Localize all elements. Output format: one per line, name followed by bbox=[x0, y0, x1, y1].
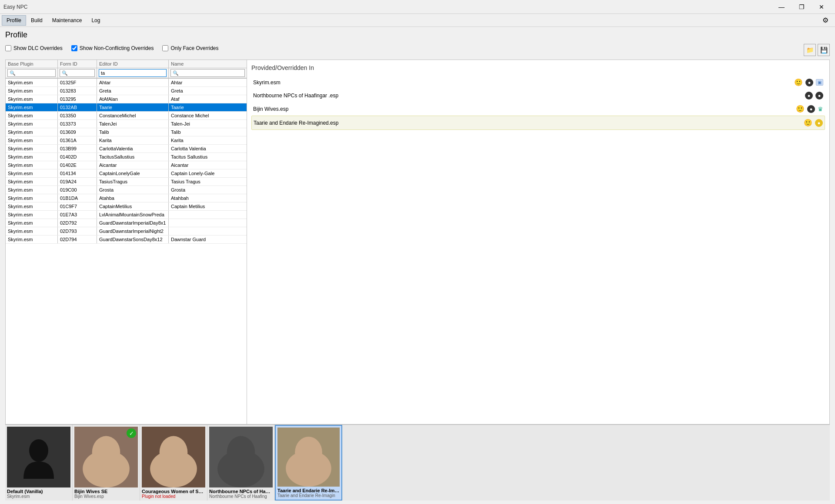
table-row[interactable]: Skyrim.esm 0132AB Taarie Taarie bbox=[6, 103, 247, 112]
settings-button[interactable]: ⚙ bbox=[819, 14, 832, 27]
override-row[interactable]: Bijin Wives.esp 🙂●♛ bbox=[251, 102, 825, 116]
folder-button[interactable]: 📁 bbox=[804, 44, 816, 56]
cell-base: Skyrim.esm bbox=[6, 145, 58, 153]
close-button[interactable]: ✕ bbox=[812, 0, 832, 14]
cell-base: Skyrim.esm bbox=[6, 79, 58, 86]
menu-profile[interactable]: Profile bbox=[2, 15, 26, 26]
maximize-button[interactable]: ❐ bbox=[792, 0, 812, 14]
cell-form: 01361A bbox=[58, 136, 97, 144]
thumbnail-image bbox=[142, 427, 205, 487]
cell-base: Skyrim.esm bbox=[6, 186, 58, 194]
table-row[interactable]: Skyrim.esm 01C9F7 CaptainMetilius Captai… bbox=[6, 202, 247, 211]
cell-name: Captain Metilius bbox=[169, 202, 247, 210]
thumbnail-sublabel: Taarie and Endarie Re-Imagin bbox=[277, 493, 340, 498]
cell-editor: AtAfAlan bbox=[97, 95, 169, 103]
cell-name: Ahtar bbox=[169, 79, 247, 86]
table-row[interactable]: Skyrim.esm 02D794 GuardDawnstarSonsDay8x… bbox=[6, 235, 247, 244]
cell-base: Skyrim.esm bbox=[6, 128, 58, 136]
cell-form: 02D794 bbox=[58, 235, 97, 243]
table-row[interactable]: Skyrim.esm 02D792 GuardDawnstarImperialD… bbox=[6, 219, 247, 227]
cell-base: Skyrim.esm bbox=[6, 169, 58, 177]
svg-point-0 bbox=[29, 439, 48, 462]
cell-editor: TasiusTragus bbox=[97, 178, 169, 186]
cell-base: Skyrim.esm bbox=[6, 153, 58, 161]
cell-form: 01402E bbox=[58, 161, 97, 169]
split-panel: Base Plugin Form ID Editor ID Name bbox=[5, 60, 830, 424]
table-row[interactable]: Skyrim.esm 01B1DA Atahba Atahbah bbox=[6, 194, 247, 202]
only-face-checkbox[interactable]: Only Face Overrides bbox=[162, 45, 218, 51]
base-search-input[interactable] bbox=[7, 69, 56, 77]
name-search-input[interactable] bbox=[170, 69, 245, 77]
cell-base: Skyrim.esm bbox=[6, 161, 58, 169]
right-panel: Provided/Overridden In Skyrim.esm 🙂●▣ No… bbox=[247, 60, 829, 424]
thumbnail-sublabel: Plugin not loaded bbox=[142, 494, 205, 499]
cell-editor: LvlAnimalMountainSnowPreda bbox=[97, 211, 169, 219]
table-row[interactable]: Skyrim.esm 013373 TalenJei Talen-Jei bbox=[6, 120, 247, 128]
show-non-conflicting-checkbox[interactable]: Show Non-Conflicting Overrides bbox=[71, 45, 154, 51]
menu-maintenance[interactable]: Maintenance bbox=[47, 15, 87, 26]
menu-log[interactable]: Log bbox=[87, 15, 105, 26]
override-row[interactable]: Skyrim.esm 🙂●▣ bbox=[251, 76, 825, 89]
thumbnail-item[interactable]: Northbourne NPCs of Haaf... Northbourne … bbox=[207, 425, 275, 501]
table-row[interactable]: Skyrim.esm 01325F Ahtar Ahtar bbox=[6, 79, 247, 87]
override-list: Skyrim.esm 🙂●▣ Northbourne NPCs of Haafi… bbox=[251, 76, 825, 130]
cell-name: Taarie bbox=[169, 103, 247, 111]
main-content: Profile Show DLC Overrides Show Non-Conf… bbox=[0, 27, 835, 504]
table-row[interactable]: Skyrim.esm 013295 AtAfAlan Ataf bbox=[6, 95, 247, 103]
table-row[interactable]: Skyrim.esm 01402E Aicantar Aicantar bbox=[6, 161, 247, 169]
table-row[interactable]: Skyrim.esm 01402D TacitusSallustius Taci… bbox=[6, 153, 247, 161]
table-row[interactable]: Skyrim.esm 014134 CaptainLonelyGale Capt… bbox=[6, 169, 247, 178]
override-name: Taarie and Endarie Re-Imagined.esp bbox=[254, 120, 801, 126]
only-face-label: Only Face Overrides bbox=[170, 45, 218, 51]
menu-build[interactable]: Build bbox=[26, 15, 47, 26]
table-row[interactable]: Skyrim.esm 02D793 GuardDawnstarImperialN… bbox=[6, 227, 247, 235]
smiley-icon: 🙂 bbox=[796, 105, 805, 113]
override-row[interactable]: Northbourne NPCs of Haafingar .esp ●● bbox=[251, 89, 825, 102]
table-row[interactable]: Skyrim.esm 01361A Karita Karita bbox=[6, 136, 247, 145]
cell-name: Grosta bbox=[169, 186, 247, 194]
show-non-conflicting-input[interactable] bbox=[71, 45, 77, 51]
cell-editor: Karita bbox=[97, 136, 169, 144]
override-row[interactable]: Taarie and Endarie Re-Imagined.esp 🙂● bbox=[251, 116, 825, 130]
table-row[interactable]: Skyrim.esm 013609 Talib Talib bbox=[6, 128, 247, 136]
only-face-input[interactable] bbox=[162, 45, 168, 51]
dark-circle-icon: ● bbox=[805, 92, 813, 99]
form-search-input[interactable] bbox=[60, 69, 95, 77]
cell-editor: GuardDawnstarImperialNight2 bbox=[97, 227, 169, 235]
cell-name bbox=[169, 219, 247, 227]
cell-editor: TalenJei bbox=[97, 120, 169, 128]
thumbnail-item[interactable]: Courageous Women of Sky... Plugin not lo… bbox=[140, 425, 207, 501]
thumbnail-item[interactable]: Default (Vanilla) Skyrim.esm bbox=[5, 425, 73, 501]
save-button[interactable]: 💾 bbox=[818, 44, 830, 56]
table-row[interactable]: Skyrim.esm 013B99 CarlottaValentia Carlo… bbox=[6, 145, 247, 153]
cell-editor: Grosta bbox=[97, 186, 169, 194]
smiley-icon: 🙂 bbox=[804, 119, 812, 127]
dark-circle-icon: ● bbox=[807, 105, 815, 113]
table-header: Base Plugin Form ID Editor ID Name bbox=[6, 60, 247, 68]
thumbnail-item[interactable]: Taarie and Endarie Re-Ima... Taarie and … bbox=[275, 425, 342, 501]
table-row[interactable]: Skyrim.esm 01E7A3 LvlAnimalMountainSnowP… bbox=[6, 211, 247, 219]
cell-form: 013373 bbox=[58, 120, 97, 128]
cell-name: Tasius Tragus bbox=[169, 178, 247, 186]
show-dlc-checkbox[interactable]: Show DLC Overrides bbox=[5, 45, 63, 51]
cell-base: Skyrim.esm bbox=[6, 95, 58, 103]
cell-editor: Aicantar bbox=[97, 161, 169, 169]
thumbnail-item[interactable]: ✓ Bijin Wives SE Bijin Wives.esp bbox=[73, 425, 140, 501]
cell-editor: GuardDawnstarSonsDay8x12 bbox=[97, 235, 169, 243]
col-header-form: Form ID bbox=[58, 60, 97, 68]
cell-base: Skyrim.esm bbox=[6, 112, 58, 119]
cell-name bbox=[169, 227, 247, 235]
table-row[interactable]: Skyrim.esm 013350 ConstanceMichel Consta… bbox=[6, 112, 247, 120]
cell-name: Tacitus Sallustius bbox=[169, 153, 247, 161]
show-dlc-input[interactable] bbox=[5, 45, 11, 51]
table-row[interactable]: Skyrim.esm 019C00 Grosta Grosta bbox=[6, 186, 247, 194]
right-panel-title: Provided/Overridden In bbox=[251, 64, 825, 71]
cell-name: Carlotta Valentia bbox=[169, 145, 247, 153]
minimize-button[interactable]: — bbox=[772, 0, 792, 14]
table-row[interactable]: Skyrim.esm 019A24 TasiusTragus Tasius Tr… bbox=[6, 178, 247, 186]
editor-search-input[interactable] bbox=[99, 69, 167, 77]
cell-editor: ConstanceMichel bbox=[97, 112, 169, 119]
cell-base: Skyrim.esm bbox=[6, 202, 58, 210]
table-row[interactable]: Skyrim.esm 013283 Greta Greta bbox=[6, 87, 247, 95]
thumbnail-image bbox=[277, 428, 340, 487]
